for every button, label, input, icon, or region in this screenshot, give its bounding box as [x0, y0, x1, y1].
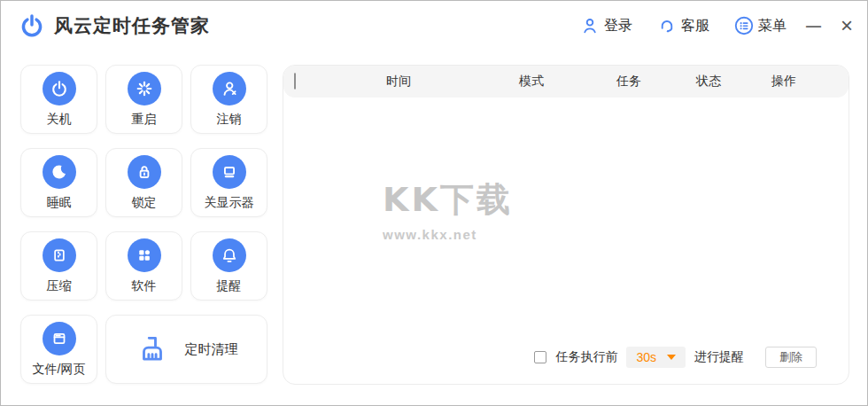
logout-label: 注销	[217, 112, 242, 128]
bell-icon	[213, 238, 246, 272]
footer-controls: 任务执行前 30s 进行提醒 删除	[534, 347, 817, 368]
minimize-button[interactable]: —	[806, 19, 821, 34]
shutdown-label: 关机	[47, 112, 72, 128]
customer-service-label: 客服	[681, 17, 709, 35]
column-header-task: 任务	[585, 74, 673, 90]
menu-label: 菜单	[758, 17, 787, 35]
close-button[interactable]: ×	[841, 15, 853, 36]
chevron-down-icon	[667, 355, 676, 360]
title-bar: 风云定时任务管家 登录	[1, 1, 867, 51]
software-button[interactable]: 软件	[105, 231, 182, 301]
lock-button[interactable]: 锁定	[105, 148, 182, 217]
login-button[interactable]: 登录	[580, 16, 632, 35]
watermark: KK下载 www.kkx.net	[383, 177, 513, 242]
monitor-off-label: 关显示器	[205, 195, 254, 211]
titlebar-actions: 登录 客服	[555, 15, 853, 36]
restart-label: 重启	[132, 112, 157, 128]
delete-button[interactable]: 删除	[765, 347, 817, 368]
column-header-status: 状态	[673, 74, 744, 90]
power-logo-icon	[19, 12, 45, 39]
remind-after-label: 进行提醒	[694, 349, 744, 365]
software-label: 软件	[132, 278, 157, 294]
restart-icon	[128, 72, 161, 105]
select-all-checkbox[interactable]	[294, 73, 296, 90]
column-header-time: 时间	[319, 74, 478, 90]
broom-icon	[136, 332, 169, 366]
watermark-title: KK下载	[383, 177, 513, 223]
file-web-button[interactable]: 文件/网页	[20, 315, 97, 384]
logout-button[interactable]: 注销	[190, 65, 267, 134]
compress-button[interactable]: 压缩	[20, 231, 97, 301]
reminder-button[interactable]: 提醒	[190, 231, 267, 301]
sleep-label: 睡眠	[47, 195, 72, 211]
logout-icon	[213, 72, 246, 105]
task-table-panel: 时间 模式 任务 状态 操作 KK下载 www.kkx.net 任务执行前 30…	[283, 65, 849, 385]
file-web-label: 文件/网页	[33, 362, 86, 378]
sidebar: 关机 重启	[20, 65, 267, 384]
reminder-label: 提醒	[217, 278, 242, 294]
menu-icon	[734, 16, 754, 35]
column-header-action: 操作	[744, 74, 824, 90]
menu-button[interactable]: 菜单	[734, 16, 787, 35]
login-label: 登录	[604, 17, 632, 35]
restart-button[interactable]: 重启	[105, 65, 182, 134]
software-icon	[128, 238, 161, 272]
app-window: 风云定时任务管家 登录	[0, 0, 868, 406]
customer-service-button[interactable]: 客服	[657, 16, 709, 35]
app-title: 风云定时任务管家	[54, 13, 210, 38]
column-header-mode: 模式	[478, 74, 585, 90]
headset-icon	[657, 16, 677, 35]
monitor-off-icon	[213, 155, 246, 189]
compress-label: 压缩	[47, 278, 72, 294]
remind-before-label: 任务执行前	[555, 349, 617, 365]
power-icon	[43, 72, 76, 105]
lock-label: 锁定	[132, 195, 157, 211]
shutdown-button[interactable]: 关机	[20, 65, 97, 134]
user-icon	[580, 16, 600, 35]
delay-value: 30s	[636, 350, 656, 364]
sleep-icon	[43, 155, 76, 189]
sleep-button[interactable]: 睡眠	[20, 148, 97, 217]
remind-before-checkbox[interactable]	[534, 351, 546, 363]
watermark-url: www.kkx.net	[383, 227, 513, 242]
table-header-row: 时间 模式 任务 状态 操作	[283, 66, 849, 98]
timed-clean-button[interactable]: 定时清理	[105, 315, 267, 384]
monitor-off-button[interactable]: 关显示器	[190, 148, 267, 217]
file-web-icon	[43, 322, 76, 355]
timed-clean-label: 定时清理	[185, 341, 238, 358]
lock-icon	[128, 155, 161, 189]
compress-icon	[43, 238, 76, 272]
delay-select[interactable]: 30s	[626, 347, 686, 368]
